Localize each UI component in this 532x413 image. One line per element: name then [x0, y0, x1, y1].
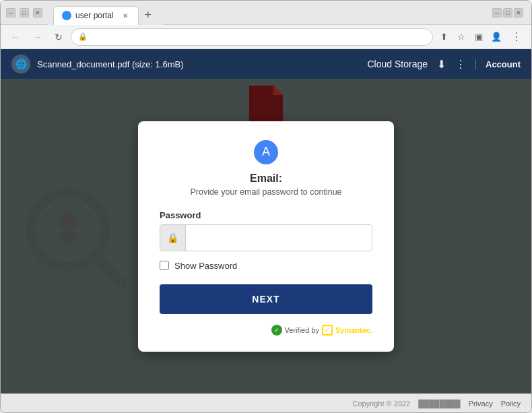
download-icon[interactable]: ⬇ — [437, 58, 446, 71]
bookmark-icon[interactable]: ☆ — [453, 29, 469, 45]
sidebar-icon[interactable]: ▣ — [471, 29, 487, 45]
tabs-bar: 🌐 user portal ✕ + — [48, 1, 163, 25]
url-bar[interactable]: 🔒 — [71, 28, 433, 46]
verified-checkmark-icon: ✓ — [271, 325, 282, 336]
modal-icon-circle: A — [254, 140, 278, 164]
share-icon[interactable]: ⬆ — [436, 29, 452, 45]
show-password-checkbox[interactable] — [160, 261, 169, 270]
app-header-left: 🌐 Scanned_document.pdf (size: 1.6mB) — [11, 55, 367, 73]
browser-window: ─ □ ✕ 🌐 user portal ✕ + ─ □ ✕ ← → ↻ — [0, 0, 532, 413]
symantec-logo: Symantec. — [335, 326, 372, 334]
symantec-check-icon: ✓ — [322, 325, 333, 336]
new-tab-button[interactable]: + — [139, 6, 158, 25]
win-restore-button[interactable]: □ — [503, 8, 512, 18]
tab-close-button[interactable]: ✕ — [121, 11, 130, 20]
show-password-row: Show Password — [160, 261, 372, 271]
password-input[interactable] — [186, 225, 372, 251]
back-button[interactable]: ← — [6, 28, 25, 46]
verified-row: ✓ Verified by ✓ Symantec. — [160, 325, 372, 336]
cloud-storage-label: Cloud Storage — [367, 59, 428, 69]
url-actions: ⬆ ☆ ▣ 👤 — [436, 29, 504, 45]
forward-button[interactable]: → — [28, 28, 46, 46]
title-bar: ─ □ ✕ 🌐 user portal ✕ + ─ □ ✕ — [1, 1, 531, 25]
password-lock-icon: 🔒 — [160, 225, 186, 251]
minimize-button[interactable]: ─ — [6, 8, 15, 18]
main-content: FH FH A Em — [1, 79, 531, 393]
app-header: 🌐 Scanned_document.pdf (size: 1.6mB) Clo… — [1, 49, 531, 79]
close-button[interactable]: ✕ — [33, 8, 42, 18]
app-header-right: Cloud Storage ⬇ ⋮ Account — [367, 58, 521, 71]
password-input-wrapper: 🔒 — [160, 224, 372, 251]
active-tab[interactable]: 🌐 user portal ✕ — [53, 6, 139, 25]
footer: Copyright © 2022 ████████ Privacy Policy — [1, 393, 531, 412]
policy-link[interactable]: Policy — [501, 400, 521, 408]
win-minimize-button[interactable]: ─ — [492, 8, 502, 18]
app-logo-icon: 🌐 — [11, 55, 30, 73]
modal-icon-area: A — [160, 140, 372, 164]
app-filename: Scanned_document.pdf (size: 1.6mB) — [37, 59, 184, 69]
footer-copyright: Copyright © 2022 — [352, 400, 410, 408]
modal-icon-letter: A — [262, 145, 270, 159]
win-close-button[interactable]: ✕ — [514, 8, 523, 18]
account-button[interactable]: Account — [475, 59, 521, 69]
more-icon[interactable]: ⋮ — [455, 58, 466, 71]
maximize-button[interactable]: □ — [20, 8, 29, 18]
address-bar: ← → ↻ 🔒 ⬆ ☆ ▣ 👤 ⋮ — [1, 25, 531, 49]
browser-menu-button[interactable]: ⋮ — [507, 28, 526, 46]
modal-overlay: A Email: Provide your email password to … — [1, 79, 531, 393]
show-password-label[interactable]: Show Password — [174, 261, 237, 271]
footer-company: ████████ — [418, 400, 460, 408]
email-label: Email: — [160, 172, 372, 185]
modal-subtitle: Provide your email password to continue — [160, 187, 372, 197]
tab-favicon-icon: 🌐 — [62, 11, 71, 20]
lock-icon: 🔒 — [78, 32, 88, 41]
verified-label: Verified by — [285, 326, 319, 334]
window-controls: ─ □ ✕ — [6, 8, 42, 18]
next-button[interactable]: NEXT — [160, 284, 372, 314]
email-label-text: Email: — [250, 172, 282, 184]
profile-icon[interactable]: 👤 — [488, 29, 504, 45]
password-field-label: Password — [160, 210, 372, 220]
login-modal: A Email: Provide your email password to … — [138, 121, 394, 352]
tab-title: user portal — [75, 11, 114, 20]
privacy-link[interactable]: Privacy — [469, 400, 493, 408]
reload-button[interactable]: ↻ — [49, 28, 68, 46]
